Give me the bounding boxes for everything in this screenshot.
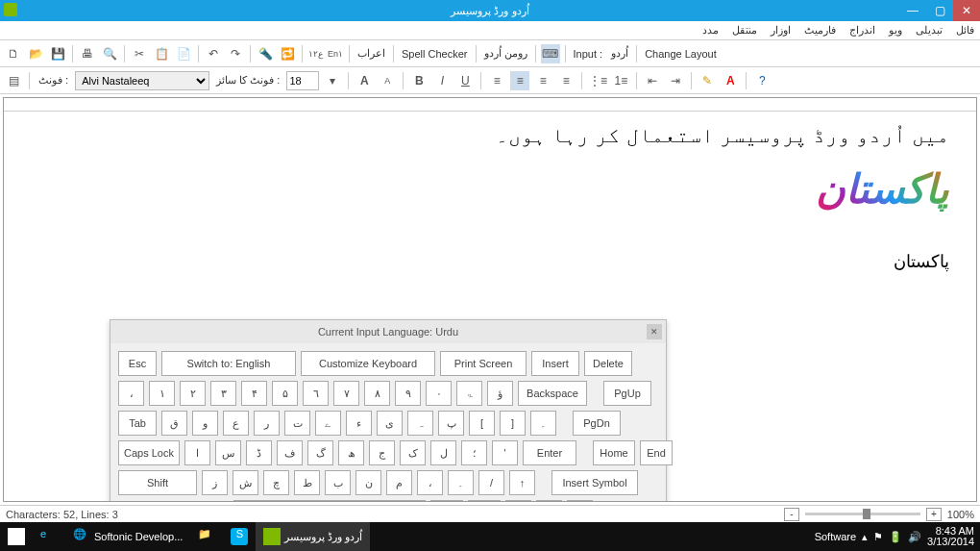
key[interactable]: ط: [294, 470, 320, 495]
clock[interactable]: 8:43 AM3/13/2014: [927, 526, 974, 547]
zoom-in-button[interactable]: +: [926, 508, 942, 521]
menu-item[interactable]: فارمیٹ: [804, 24, 836, 37]
keyboard-close-icon[interactable]: ✕: [647, 324, 662, 339]
key[interactable]: و: [192, 411, 218, 436]
text-line[interactable]: میں اُردو ورڈ پروسیسر استعمال کر رہا ہوں…: [31, 123, 949, 148]
chrome-icon[interactable]: 🌐Softonic Develop...: [65, 522, 190, 551]
key[interactable]: ٧: [333, 381, 359, 406]
underline-icon[interactable]: U: [455, 71, 475, 90]
ie-icon[interactable]: e: [33, 522, 65, 551]
close-button[interactable]: ✕: [953, 0, 980, 21]
key[interactable]: Home: [593, 440, 635, 465]
key[interactable]: Insert Symbol: [551, 470, 638, 495]
skype-icon[interactable]: S: [223, 522, 256, 551]
volume-icon[interactable]: 🔊: [908, 531, 921, 543]
key[interactable]: ←: [505, 500, 531, 502]
key[interactable]: →: [567, 500, 593, 502]
zoom-slider[interactable]: [805, 513, 920, 515]
key[interactable]: ڈ: [246, 440, 272, 465]
key[interactable]: ع: [223, 411, 249, 436]
explorer-icon[interactable]: 📁: [190, 522, 223, 551]
key[interactable]: PgDn: [573, 411, 621, 436]
key[interactable]: Print Screen: [440, 351, 527, 376]
key[interactable]: ٠: [426, 381, 452, 406]
key[interactable]: ؛: [461, 440, 487, 465]
zoom-percent[interactable]: 100%: [947, 509, 974, 520]
key[interactable]: End: [640, 440, 673, 465]
key[interactable]: Insert: [531, 351, 579, 376]
key[interactable]: ؤ: [487, 381, 513, 406]
find-icon[interactable]: 🔦: [256, 44, 275, 63]
indent-right-icon[interactable]: ⇥: [666, 71, 685, 90]
key[interactable]: ٩: [395, 381, 421, 406]
key[interactable]: /: [478, 470, 504, 495]
key[interactable]: Esc: [118, 351, 157, 376]
keyboard-icon[interactable]: ⌨: [541, 44, 560, 63]
roman-urdu-button[interactable]: رومن اُردو: [481, 47, 530, 60]
key[interactable]: س: [215, 440, 241, 465]
key[interactable]: ے: [315, 411, 341, 436]
key[interactable]: ت: [284, 411, 310, 436]
save-icon[interactable]: 💾: [48, 44, 67, 63]
key[interactable]: م: [386, 470, 412, 495]
start-button[interactable]: ⊞: [0, 522, 33, 551]
key[interactable]: ھ: [338, 440, 364, 465]
new-icon[interactable]: 🗋: [4, 44, 23, 63]
key[interactable]: ٢: [180, 381, 206, 406]
key[interactable]: ۔: [530, 411, 556, 436]
menu-item[interactable]: منتقل: [732, 24, 757, 37]
aerab-button[interactable]: اعراب: [355, 47, 388, 60]
key[interactable]: گ: [307, 440, 333, 465]
keyboard-title[interactable]: Current Input Language: Urdu ✕: [110, 320, 666, 343]
key[interactable]: ٨: [364, 381, 390, 406]
menu-item[interactable]: تبدیلی: [916, 24, 943, 37]
spellcheck-button[interactable]: Spell Checker: [399, 48, 470, 60]
key[interactable]: [: [469, 411, 495, 436]
key[interactable]: ن: [355, 470, 381, 495]
key[interactable]: چ: [263, 470, 289, 495]
key[interactable]: ل: [430, 440, 456, 465]
key[interactable]: Space: [233, 500, 426, 502]
key[interactable]: ق: [161, 411, 187, 436]
tray-chevron-icon[interactable]: ▴: [862, 531, 868, 543]
key[interactable]: ب: [325, 470, 351, 495]
indent-left-icon[interactable]: ⇤: [643, 71, 662, 90]
undo-icon[interactable]: ↶: [204, 44, 223, 63]
align-center-icon[interactable]: ≡: [510, 71, 529, 90]
key[interactable]: ء: [346, 411, 372, 436]
key[interactable]: ک: [400, 440, 426, 465]
cut-icon[interactable]: ✂: [130, 44, 149, 63]
key[interactable]: ،: [118, 381, 144, 406]
key[interactable]: Shift: [118, 470, 197, 495]
key[interactable]: ]: [500, 411, 526, 436]
taskbar-app[interactable]: اُردو ورڈ پروسیسر: [256, 522, 370, 551]
key[interactable]: ': [492, 440, 518, 465]
numbering-icon[interactable]: 1≡: [611, 71, 630, 90]
wordart[interactable]: پاکستان: [31, 165, 949, 213]
key[interactable]: ۔: [448, 470, 474, 495]
key[interactable]: ا: [184, 440, 210, 465]
key[interactable]: ر: [254, 411, 280, 436]
key[interactable]: ↓: [536, 500, 562, 502]
font-size-input[interactable]: [286, 71, 319, 90]
key[interactable]: ۴: [241, 381, 267, 406]
key[interactable]: Alt: [430, 500, 463, 502]
align-left-icon[interactable]: ≡: [487, 71, 506, 90]
redo-icon[interactable]: ↷: [226, 44, 245, 63]
key[interactable]: Enter: [523, 440, 576, 465]
italic-icon[interactable]: I: [432, 71, 452, 90]
increase-font-icon[interactable]: A: [355, 71, 374, 90]
input-lang[interactable]: اُردو: [608, 47, 631, 60]
print-preview-icon[interactable]: 🔍: [100, 44, 119, 63]
menu-item[interactable]: اوزار: [771, 24, 791, 37]
open-icon[interactable]: 📂: [26, 44, 45, 63]
para-icon[interactable]: ▤: [4, 71, 23, 90]
menu-item[interactable]: ویو: [889, 24, 902, 37]
key[interactable]: Customize Keyboard: [301, 351, 435, 376]
copy-icon[interactable]: 📋: [152, 44, 171, 63]
chevron-down-icon[interactable]: ▾: [323, 71, 342, 90]
key[interactable]: ف: [277, 440, 303, 465]
battery-icon[interactable]: 🔋: [889, 531, 902, 543]
software-label[interactable]: Software: [815, 531, 856, 542]
key[interactable]: ج: [369, 440, 395, 465]
